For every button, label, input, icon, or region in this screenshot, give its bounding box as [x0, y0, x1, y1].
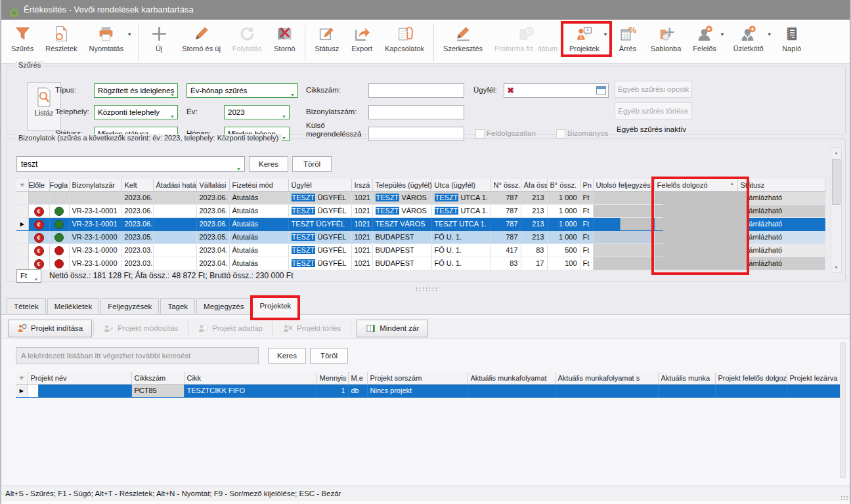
cell[interactable]: TESZT ÜGYFÉL [288, 192, 351, 205]
cell[interactable]: TESZT ÜGYFÉL [288, 244, 351, 257]
chevron-down-icon[interactable]: ▼ [603, 32, 608, 37]
cell[interactable]: PCT85 [131, 385, 184, 398]
tab-projektek[interactable]: Projektek [252, 297, 298, 315]
cell[interactable] [593, 205, 654, 218]
projects-scrollbar-track[interactable] [840, 343, 846, 478]
column-header[interactable]: Kelt [121, 179, 153, 192]
cell[interactable]: 1 [316, 385, 348, 398]
cell[interactable]: € [28, 244, 49, 257]
customer-input[interactable] [504, 83, 609, 98]
cell[interactable]: VR-23-1-0000 [69, 231, 121, 244]
currency-select[interactable]: Ft▼ [16, 269, 41, 283]
margin-button[interactable]: % Árrés [611, 23, 644, 54]
site-select[interactable]: Központi telephely▼ [94, 105, 178, 119]
column-header[interactable]: Áfa össz [521, 179, 547, 192]
clear-customer-icon[interactable]: ✖ [507, 85, 514, 95]
chevron-down-icon[interactable]: ▼ [720, 32, 725, 37]
cell[interactable]: ▶ [16, 218, 28, 231]
cell[interactable]: 1021 [351, 192, 372, 205]
cell[interactable] [49, 205, 69, 218]
new-button[interactable]: Új [142, 23, 175, 54]
cell[interactable]: FŐ U. 1. [431, 231, 491, 244]
type-select[interactable]: Rögzített és ideiglenes▼ [94, 83, 178, 98]
cell[interactable]: TESZT UTCA 1. [431, 205, 491, 218]
cell[interactable]: Ft [580, 257, 593, 270]
cell[interactable]: Számlázható [737, 231, 825, 244]
column-header[interactable]: Státusz [737, 179, 825, 192]
cell[interactable]: 83 [521, 244, 547, 257]
cell[interactable]: TESZT ÜGYFÉL [288, 257, 351, 270]
cell[interactable]: FŐ U. 1. [431, 257, 491, 270]
cell[interactable]: Számlázható [737, 192, 825, 205]
sales-agent-button[interactable]: Üzletkötő ▼ [728, 23, 774, 54]
column-header[interactable]: Település (ügyfél) [372, 179, 431, 192]
column-header[interactable]: Utolsó feljegyzés [593, 179, 654, 192]
cell[interactable]: Ft [580, 218, 593, 231]
cell[interactable]: 2023.05. [121, 231, 153, 244]
year-month-filter-select[interactable]: Év-hónap szűrés▼ [186, 83, 298, 98]
scroll-down-icon[interactable]: ▼ [831, 262, 841, 272]
cell[interactable]: TESZT VÁROS [372, 218, 431, 231]
cell[interactable] [38, 385, 131, 398]
cell[interactable]: 2023.05. [196, 231, 229, 244]
clear-search-button[interactable]: Töröl [292, 156, 332, 172]
document-number-input[interactable] [368, 105, 464, 119]
cell[interactable]: Átutalás [229, 192, 288, 205]
cell[interactable]: 2023.06. [196, 192, 229, 205]
column-header[interactable]: Fogla [49, 179, 69, 192]
cell[interactable] [593, 244, 654, 257]
row-marker-header[interactable]: ✳ [16, 372, 28, 385]
cell[interactable]: BUDAPEST [372, 244, 431, 257]
column-header[interactable]: Ügyfél [288, 179, 351, 192]
cell[interactable]: TESZT UTCA 1. [431, 218, 491, 231]
tab-mellekletek[interactable]: Mellékletek [47, 298, 100, 314]
cell[interactable] [153, 231, 196, 244]
chevron-down-icon[interactable]: ▼ [767, 32, 772, 37]
column-header[interactable]: Cikkszám [131, 372, 184, 385]
cell[interactable]: 1021 [351, 244, 372, 257]
cell[interactable]: 1 000 [547, 231, 580, 244]
cell[interactable]: Ft [580, 244, 593, 257]
column-header[interactable]: Bizonylatszár [69, 179, 121, 192]
cell[interactable]: TESZT ÜGYFÉL [288, 205, 351, 218]
column-header[interactable]: Projekt sorszám [367, 372, 468, 385]
cell[interactable]: Átutalás [229, 257, 288, 270]
cell[interactable] [49, 218, 69, 231]
cell[interactable]: € [28, 257, 49, 270]
cell[interactable] [49, 257, 69, 270]
projects-clear-button[interactable]: Töröl [310, 348, 348, 364]
projects-search-input[interactable] [16, 347, 259, 364]
column-header[interactable]: Cikk [184, 372, 316, 385]
print-button[interactable]: Nyomtatás ▼ [84, 23, 135, 54]
scroll-up-icon[interactable]: ▲ [831, 148, 841, 158]
cell[interactable] [153, 192, 196, 205]
cell[interactable]: 787 [491, 218, 521, 231]
cell[interactable] [49, 244, 69, 257]
cell[interactable]: TESZT ÜGYFÉL [288, 218, 351, 231]
cell[interactable]: 1021 [351, 257, 372, 270]
cancel-button[interactable]: Stornó [268, 23, 301, 54]
cell[interactable]: 100 [547, 257, 580, 270]
cell[interactable]: 1021 [351, 218, 372, 231]
log-button[interactable]: Napló [775, 23, 808, 54]
cell[interactable]: TESZT UTCA 1. [431, 192, 491, 205]
column-header[interactable]: Előle [28, 179, 49, 192]
column-header[interactable]: Vállalási [196, 179, 229, 192]
cell[interactable]: TESZT ÜGYFÉL [288, 231, 351, 244]
cell[interactable] [69, 192, 121, 205]
cell[interactable]: Számlázható [737, 205, 825, 218]
cell[interactable]: BUDAPEST [372, 231, 431, 244]
cell[interactable] [49, 192, 69, 205]
status-button[interactable]: Státusz [309, 23, 344, 54]
cell[interactable] [658, 385, 715, 398]
cell[interactable]: 500 [547, 244, 580, 257]
panel-splitter[interactable] [1, 282, 850, 295]
connections-button[interactable]: Kapcsolatok [380, 23, 429, 54]
cell[interactable]: 2023.04. [196, 257, 229, 270]
cell[interactable]: db [348, 385, 367, 398]
cell[interactable] [468, 385, 555, 398]
cell[interactable]: VR-23-1-0000 [69, 244, 121, 257]
cell[interactable]: VR-23-1-0001 [69, 218, 121, 231]
cell[interactable]: € [28, 205, 49, 218]
cell[interactable]: Ft [580, 192, 593, 205]
